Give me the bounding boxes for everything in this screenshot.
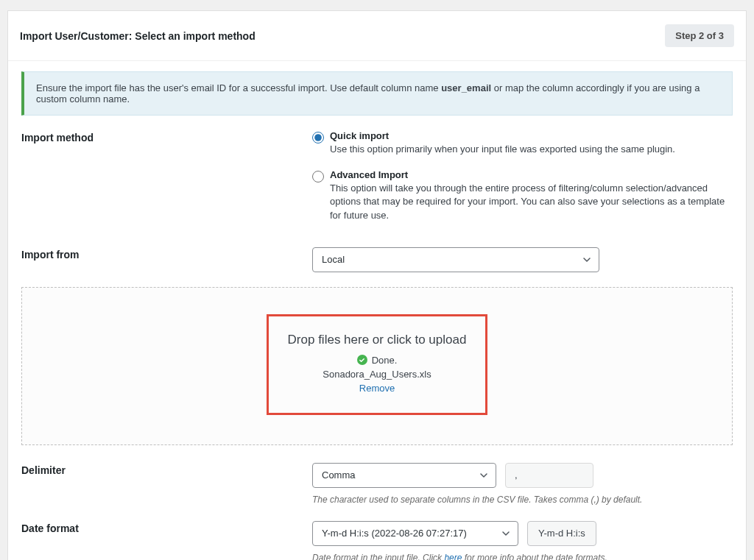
- date-help-before: Date format in the input file. Click: [312, 553, 444, 560]
- delimiter-char-input[interactable]: ,: [505, 463, 593, 488]
- notice-text-before: Ensure the import file has the user's em…: [36, 82, 441, 93]
- date-format-label: Date format: [21, 521, 312, 534]
- quick-import-option[interactable]: Quick import Use this option primarily w…: [312, 130, 732, 156]
- import-method-options: Quick import Use this option primarily w…: [312, 130, 732, 222]
- info-notice: Ensure the import file has the user's em…: [21, 71, 733, 116]
- advanced-import-title: Advanced Import: [330, 169, 732, 180]
- advanced-import-option[interactable]: Advanced Import This option will take yo…: [312, 169, 732, 222]
- step-indicator: Step 2 of 3: [665, 24, 734, 47]
- dropzone-title: Drop files here or click to upload: [283, 333, 471, 347]
- import-method-label: Import method: [21, 130, 312, 143]
- delimiter-char-value: ,: [515, 469, 518, 481]
- file-dropzone-container: Drop files here or click to upload Done.…: [21, 287, 733, 445]
- panel-content: Ensure the import file has the user's em…: [8, 61, 746, 560]
- import-wizard-panel: Import User/Customer: Select an import m…: [7, 10, 747, 560]
- uploaded-filename: Sonadora_Aug_Users.xls: [283, 369, 471, 380]
- upload-done-status: Done.: [357, 355, 398, 366]
- date-format-help: Date format in the input file. Click her…: [312, 552, 732, 560]
- date-format-select[interactable]: Y-m-d H:i:s (2022-08-26 07:27:17): [312, 521, 518, 546]
- panel-header: Import User/Customer: Select an import m…: [8, 11, 746, 61]
- delimiter-row: Delimiter Comma , The character used to …: [21, 463, 733, 506]
- advanced-import-radio[interactable]: [312, 171, 324, 182]
- delimiter-select[interactable]: Comma: [312, 463, 496, 488]
- delimiter-help: The character used to separate columns i…: [312, 494, 732, 506]
- delimiter-value: Comma: [322, 469, 356, 481]
- date-format-sample[interactable]: Y-m-d H:i:s: [527, 521, 596, 546]
- file-dropzone[interactable]: Drop files here or click to upload Done.…: [267, 314, 487, 415]
- import-from-row: Import from Local: [21, 247, 733, 272]
- date-help-after: for more info about the date formats.: [465, 553, 607, 560]
- delimiter-label: Delimiter: [21, 463, 312, 476]
- date-format-help-link[interactable]: here: [444, 553, 464, 560]
- date-format-value: Y-m-d H:i:s (2022-08-26 07:27:17): [322, 528, 467, 539]
- chevron-down-icon: [479, 471, 488, 480]
- import-from-value: Local: [322, 254, 345, 265]
- advanced-import-desc: This option will take you through the en…: [330, 182, 732, 222]
- date-sample-text: Y-m-d H:i:s: [538, 528, 585, 539]
- date-format-row: Date format Y-m-d H:i:s (2022-08-26 07:2…: [21, 521, 733, 560]
- chevron-down-icon: [582, 255, 591, 264]
- import-from-label: Import from: [21, 247, 312, 260]
- chevron-down-icon: [501, 529, 510, 538]
- quick-import-desc: Use this option primarily when your inpu…: [330, 143, 732, 156]
- remove-file-link[interactable]: Remove: [359, 383, 395, 394]
- quick-import-radio[interactable]: [312, 132, 324, 143]
- quick-import-title: Quick import: [330, 130, 732, 141]
- check-circle-icon: [357, 355, 367, 365]
- import-from-select[interactable]: Local: [312, 247, 599, 272]
- notice-bold: user_email: [441, 82, 491, 93]
- done-text: Done.: [372, 355, 398, 366]
- page-title: Import User/Customer: Select an import m…: [20, 30, 256, 42]
- import-method-row: Import method Quick import Use this opti…: [21, 130, 733, 233]
